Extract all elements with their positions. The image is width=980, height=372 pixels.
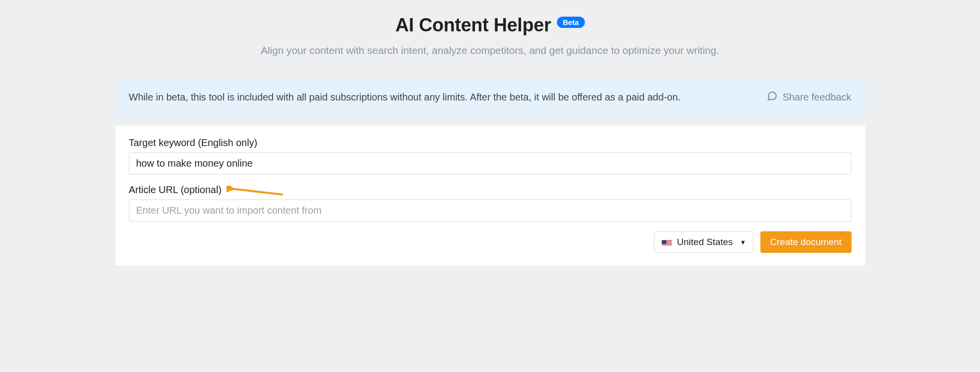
- page-title: AI Content Helper: [395, 15, 551, 36]
- page-subtitle: Align your content with search intent, a…: [115, 45, 865, 56]
- keyword-input[interactable]: [129, 152, 852, 174]
- create-document-button[interactable]: Create document: [760, 231, 852, 253]
- svg-rect-6: [662, 245, 672, 246]
- beta-info-banner: While in beta, this tool is included wit…: [115, 80, 865, 115]
- page-header: AI Content Helper Beta Align your conten…: [115, 15, 865, 56]
- feedback-label: Share feedback: [782, 92, 851, 103]
- article-url-label: Article URL (optional): [129, 184, 222, 196]
- banner-text: While in beta, this tool is included wit…: [129, 92, 681, 103]
- article-url-input[interactable]: [129, 199, 852, 222]
- share-feedback-link[interactable]: Share feedback: [767, 91, 851, 104]
- caret-down-icon: ▼: [740, 239, 746, 246]
- svg-line-0: [231, 189, 283, 195]
- country-select[interactable]: United States ▼: [654, 231, 754, 253]
- svg-rect-8: [662, 240, 666, 244]
- country-label: United States: [677, 237, 733, 248]
- form-panel: Target keyword (English only) Article UR…: [115, 125, 865, 266]
- keyword-label: Target keyword (English only): [129, 137, 257, 149]
- beta-badge: Beta: [557, 17, 585, 28]
- svg-rect-5: [662, 244, 672, 245]
- speech-bubble-icon: [767, 91, 778, 104]
- us-flag-icon: [661, 239, 672, 246]
- arrow-annotation-icon: [226, 186, 285, 198]
